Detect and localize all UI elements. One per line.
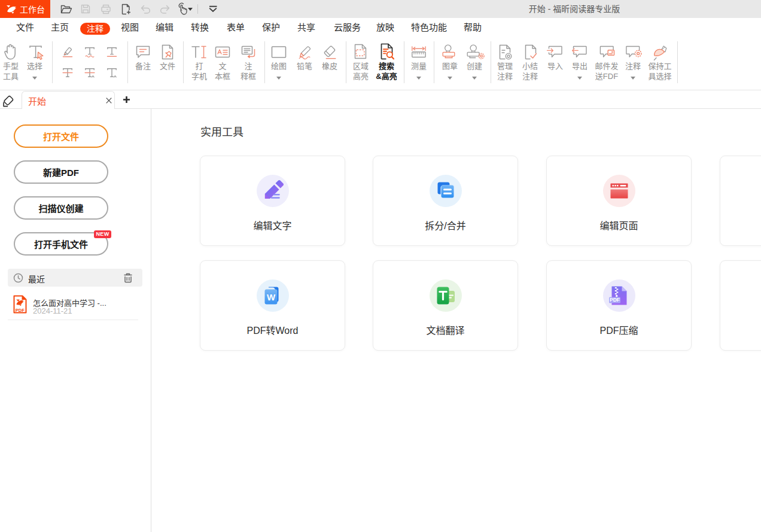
svg-text:PDF: PDF (610, 297, 620, 303)
svg-text:PDF: PDF (16, 308, 25, 313)
svg-text:W: W (267, 292, 276, 302)
